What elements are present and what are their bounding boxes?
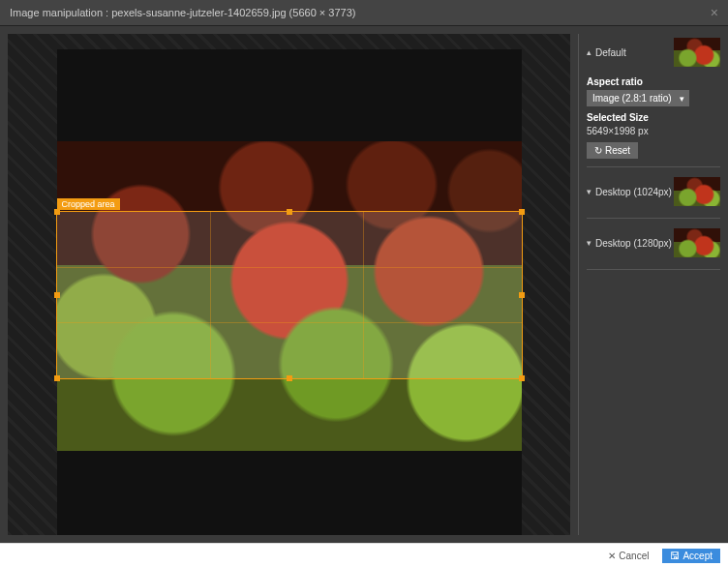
chevron-up-icon: ▴ <box>587 47 592 57</box>
crop-handle-bottom-right[interactable] <box>519 375 525 381</box>
crop-handle-bottom-center[interactable] <box>287 375 292 381</box>
variant-desktop-1280-title: Desktop (1280px) <box>595 238 672 249</box>
modal-footer: ✕ Cancel 🖫 Accept <box>0 543 728 567</box>
variant-desktop-1280: ▾ Desktop (1280px) <box>587 224 720 270</box>
modal-header: Image manipulation : pexels-susanne-jutz… <box>0 0 728 26</box>
variant-default-title: Default <box>595 47 626 58</box>
crop-handle-top-right[interactable] <box>519 209 525 215</box>
variant-desktop-1280-thumb <box>674 228 720 257</box>
reset-icon: ↻ <box>594 145 602 156</box>
modal-body: Cropped area ▴ Default <box>0 26 728 543</box>
variant-desktop-1024-header[interactable]: ▾ Desktop (1024px) <box>587 173 720 210</box>
variant-desktop-1024: ▾ Desktop (1024px) <box>587 173 720 219</box>
aspect-ratio-label: Aspect ratio <box>587 76 720 87</box>
variant-default: ▴ Default Aspect ratio Image (2.8:1 rati… <box>587 34 720 167</box>
variant-desktop-1280-header[interactable]: ▾ Desktop (1280px) <box>587 224 720 261</box>
cancel-button[interactable]: ✕ Cancel <box>600 549 656 563</box>
crop-handle-middle-right[interactable] <box>519 292 525 298</box>
selected-size-label: Selected Size <box>587 112 720 123</box>
accept-button[interactable]: 🖫 Accept <box>662 549 720 563</box>
aspect-ratio-select[interactable]: Image (2.8:1 ratio) <box>587 90 689 106</box>
chevron-down-icon: ▾ <box>587 187 592 196</box>
variant-desktop-1024-thumb <box>674 177 720 206</box>
image-canvas: Cropped area <box>57 49 522 535</box>
variant-default-thumb <box>674 38 720 67</box>
crop-label: Cropped area <box>57 198 120 210</box>
crop-handle-middle-left[interactable] <box>54 292 60 298</box>
selected-size-value: 5649×1998 px <box>587 126 720 136</box>
crop-area[interactable]: Cropped area <box>57 212 522 378</box>
reset-button[interactable]: ↻ Reset <box>587 142 638 159</box>
crop-handle-bottom-left[interactable] <box>54 375 60 381</box>
crop-handle-top-left[interactable] <box>54 209 60 215</box>
crop-handle-top-center[interactable] <box>287 209 292 215</box>
side-panel: ▴ Default Aspect ratio Image (2.8:1 rati… <box>587 34 720 535</box>
variant-desktop-1024-title: Desktop (1024px) <box>595 187 672 197</box>
panel-divider <box>578 34 579 535</box>
chevron-down-icon: ▾ <box>587 238 592 248</box>
modal-title: Image manipulation : pexels-susanne-jutz… <box>10 7 355 18</box>
close-icon: ✕ <box>608 551 616 561</box>
image-panel: Cropped area <box>8 34 570 535</box>
variant-default-header[interactable]: ▴ Default <box>587 34 720 71</box>
save-icon: 🖫 <box>670 551 680 561</box>
close-button[interactable]: × <box>711 6 718 19</box>
